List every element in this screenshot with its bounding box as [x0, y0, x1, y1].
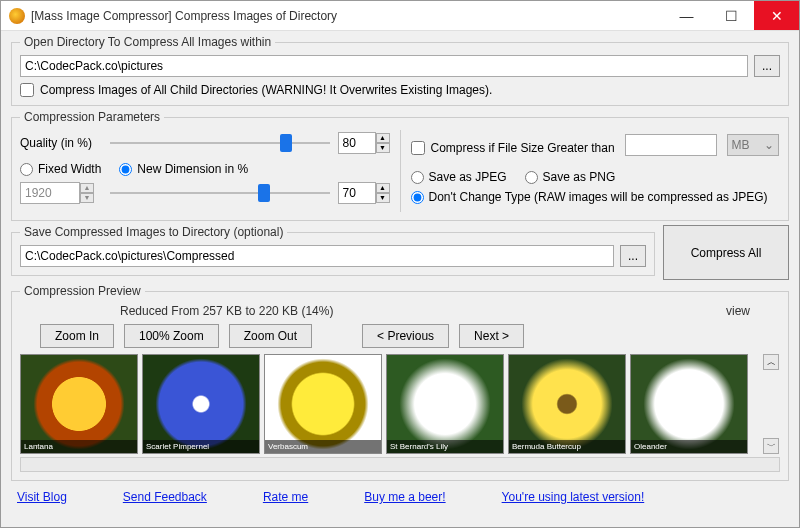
dimension-down-icon[interactable]: ▼: [376, 193, 390, 203]
dimension-slider[interactable]: [110, 182, 330, 204]
scroll-up-icon[interactable]: ︿: [763, 354, 779, 370]
compression-parameters-group: Compression Parameters Quality (in %) ▲▼: [11, 110, 789, 221]
buy-beer-link[interactable]: Buy me a beer!: [364, 490, 445, 504]
vertical-scrollbar[interactable]: ︿ ﹀: [762, 354, 780, 454]
quality-up-icon[interactable]: ▲: [376, 133, 390, 143]
child-directories-checkbox-label[interactable]: Compress Images of All Child Directories…: [20, 83, 780, 97]
version-link[interactable]: You're using latest version!: [502, 490, 645, 504]
zoom-100-button[interactable]: 100% Zoom: [124, 324, 219, 348]
content-area: Open Directory To Compress All Images wi…: [1, 31, 799, 527]
child-directories-checkbox[interactable]: [20, 83, 34, 97]
browse-directory-button[interactable]: ...: [754, 55, 780, 77]
save-directory-input[interactable]: [20, 245, 614, 267]
next-button[interactable]: Next >: [459, 324, 524, 348]
quality-value-input[interactable]: [338, 132, 376, 154]
compression-parameters-legend: Compression Parameters: [20, 110, 164, 124]
fixed-width-radio-label[interactable]: Fixed Width: [20, 162, 101, 176]
thumbnail[interactable]: Bermuda Buttercup: [508, 354, 626, 454]
thumbnail[interactable]: Lantana: [20, 354, 138, 454]
fixed-width-spinner: ▲▼: [20, 182, 102, 204]
preview-group: Compression Preview Reduced From 257 KB …: [11, 284, 789, 481]
save-png-radio[interactable]: [525, 171, 538, 184]
fixed-width-radio[interactable]: [20, 163, 33, 176]
footer-links: Visit Blog Send Feedback Rate me Buy me …: [11, 485, 789, 504]
scroll-down-icon[interactable]: ﹀: [763, 438, 779, 454]
browse-save-button[interactable]: ...: [620, 245, 646, 267]
filesize-unit-select[interactable]: MB ⌄: [727, 134, 779, 156]
close-button[interactable]: ✕: [754, 1, 799, 30]
quality-down-icon[interactable]: ▼: [376, 143, 390, 153]
open-directory-group: Open Directory To Compress All Images wi…: [11, 35, 789, 106]
send-feedback-link[interactable]: Send Feedback: [123, 490, 207, 504]
app-window: [Mass Image Compressor] Compress Images …: [0, 0, 800, 528]
fixed-width-down-icon: ▼: [80, 193, 94, 203]
filesize-checkbox-label[interactable]: Compress if File Size Greater than: [411, 141, 615, 155]
quality-label: Quality (in %): [20, 136, 102, 150]
open-directory-legend: Open Directory To Compress All Images wi…: [20, 35, 275, 49]
app-icon: [9, 8, 25, 24]
dimension-value-input[interactable]: [338, 182, 376, 204]
titlebar: [Mass Image Compressor] Compress Images …: [1, 1, 799, 31]
dimension-spinner[interactable]: ▲▼: [338, 182, 390, 204]
dont-change-radio-label[interactable]: Don't Change Type (RAW images will be co…: [411, 190, 768, 204]
dimension-up-icon[interactable]: ▲: [376, 183, 390, 193]
save-directory-legend: Save Compressed Images to Directory (opt…: [20, 225, 287, 239]
window-title: [Mass Image Compressor] Compress Images …: [31, 9, 664, 23]
previous-button[interactable]: < Previous: [362, 324, 449, 348]
zoom-in-button[interactable]: Zoom In: [40, 324, 114, 348]
save-jpeg-radio[interactable]: [411, 171, 424, 184]
rate-me-link[interactable]: Rate me: [263, 490, 308, 504]
dont-change-radio[interactable]: [411, 191, 424, 204]
filesize-checkbox[interactable]: [411, 141, 425, 155]
save-directory-group: Save Compressed Images to Directory (opt…: [11, 225, 655, 276]
thumbnail[interactable]: Scarlet Pimpernel: [142, 354, 260, 454]
quality-slider[interactable]: [110, 132, 330, 154]
save-png-radio-label[interactable]: Save as PNG: [525, 170, 616, 184]
horizontal-scrollbar[interactable]: [20, 457, 780, 472]
fixed-width-value: [20, 182, 80, 204]
preview-legend: Compression Preview: [20, 284, 145, 298]
preview-info: Reduced From 257 KB to 220 KB (14%): [120, 304, 333, 318]
chevron-down-icon: ⌄: [764, 135, 774, 155]
new-dimension-radio[interactable]: [119, 163, 132, 176]
thumbnail[interactable]: St Bernard's Lily: [386, 354, 504, 454]
compress-all-button[interactable]: Compress All: [663, 225, 789, 280]
thumbnail-strip: Lantana Scarlet Pimpernel Verbascum St B…: [20, 354, 756, 454]
maximize-button[interactable]: ☐: [709, 1, 754, 30]
minimize-button[interactable]: —: [664, 1, 709, 30]
save-jpeg-radio-label[interactable]: Save as JPEG: [411, 170, 507, 184]
new-dimension-radio-label[interactable]: New Dimension in %: [119, 162, 248, 176]
quality-spinner[interactable]: ▲▼: [338, 132, 390, 154]
visit-blog-link[interactable]: Visit Blog: [17, 490, 67, 504]
view-label: view: [726, 304, 750, 318]
fixed-width-up-icon: ▲: [80, 183, 94, 193]
filesize-value-input[interactable]: [625, 134, 717, 156]
thumbnail[interactable]: Verbascum: [264, 354, 382, 454]
thumbnail[interactable]: Oleander: [630, 354, 748, 454]
zoom-out-button[interactable]: Zoom Out: [229, 324, 312, 348]
directory-input[interactable]: [20, 55, 748, 77]
